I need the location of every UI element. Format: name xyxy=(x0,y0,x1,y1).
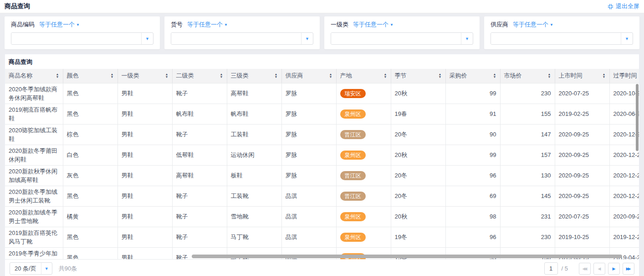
column-label-offseason-date: 过季时间 xyxy=(613,72,637,80)
filter-operator-link[interactable]: 等于任意一个▼ xyxy=(187,21,228,29)
sort-icon-category2[interactable]: ▲▼ xyxy=(220,73,223,78)
cell-category2: 靴子 xyxy=(172,186,227,206)
cell-origin: 瑞安区 xyxy=(336,83,391,104)
combobox-caret-icon[interactable]: ▼ xyxy=(461,33,473,44)
filter-label-item-number: 货号 xyxy=(171,21,183,29)
cell-product-name: 2020新款加绒冬季男士雪地靴 xyxy=(5,206,63,227)
cell-color: 黑色 xyxy=(63,104,118,124)
sort-icon-origin[interactable]: ▲▼ xyxy=(384,73,387,78)
cell-supplier: 罗脉 xyxy=(281,145,336,165)
sort-icon-supplier[interactable]: ▲▼ xyxy=(329,73,332,78)
cell-category1: 男鞋 xyxy=(118,124,172,145)
sort-icon-category3[interactable]: ▲▼ xyxy=(275,73,278,78)
cell-launch-date: 2019-10-25 xyxy=(555,227,609,247)
filter-combobox-item-number: ▼ xyxy=(171,32,313,45)
filter-bar: 商品编码等于任意一个▼▼货号等于任意一个▼▼一级类等于任意一个▼▼供应商等于任意… xyxy=(0,13,644,52)
table-row: 2020新款冬季加绒男士休闲工装靴黑色男鞋靴子工装靴品淇晋江区20冬691452… xyxy=(5,186,639,206)
cell-supplier: 罗脉 xyxy=(281,104,336,124)
combobox-caret-icon[interactable]: ▼ xyxy=(141,33,153,44)
cell-color: 黑色 xyxy=(63,247,118,259)
sort-icon-season[interactable]: ▲▼ xyxy=(439,73,442,78)
cell-origin: 晋江区 xyxy=(336,165,391,186)
column-header-category1: 一级类▲▼ xyxy=(118,69,172,83)
cell-season: 20秋 xyxy=(391,83,445,104)
column-label-purchase-price: 采购价 xyxy=(450,72,467,80)
origin-badge: 晋江区 xyxy=(340,192,366,201)
vertical-scrollbar-thumb[interactable] xyxy=(636,84,639,151)
cell-color: 棕色 xyxy=(63,124,118,145)
cell-origin: 泉州区 xyxy=(336,206,391,227)
cell-category2: 靴子 xyxy=(172,124,227,145)
horizontal-scrollbar-thumb[interactable] xyxy=(192,255,622,258)
page-size-caret-icon: ▼ xyxy=(41,263,52,274)
cell-purchase-price: 90 xyxy=(445,124,500,145)
product-table-card: 商品查询 商品名称▲▼颜色▲▼一级类▲▼二级类▲▼三级类▲▼供应商▲▼产地▲▼季… xyxy=(5,54,639,276)
filter-input-category1[interactable] xyxy=(331,33,461,44)
cell-category1: 男鞋 xyxy=(118,165,172,186)
sort-icon-category1[interactable]: ▲▼ xyxy=(165,73,169,78)
prev-page-button[interactable]: ◀ xyxy=(593,263,605,275)
cell-origin: 晋江区 xyxy=(336,124,391,145)
filter-operator-label: 等于任意一个 xyxy=(39,21,75,29)
cell-market-price: 231 xyxy=(500,206,555,227)
cell-purchase-price: 99 xyxy=(445,145,500,165)
origin-badge: 晋江区 xyxy=(340,171,366,180)
table-row: 2020骆驼加绒工装鞋棕色男鞋靴子工装鞋罗脉晋江区20冬901472020-09… xyxy=(5,124,639,145)
filter-label-product-code: 商品编码 xyxy=(11,21,35,29)
cell-product-name: 2019冬季青少年加绒马丁靴 xyxy=(5,247,63,259)
cell-category2: 高帮鞋 xyxy=(172,165,227,186)
page-size-value: 20 条/页 xyxy=(10,265,41,273)
sort-icon-product-name[interactable]: ▲▼ xyxy=(56,73,59,78)
cell-color: 白色 xyxy=(63,145,118,165)
cell-supplier: 品淇 xyxy=(281,186,336,206)
column-label-launch-date: 上市时间 xyxy=(559,72,583,80)
filter-input-product-code[interactable] xyxy=(11,33,141,44)
cell-category3: 马丁靴 xyxy=(227,227,281,247)
column-label-category3: 三级类 xyxy=(231,72,249,80)
filter-card-supplier: 供应商等于任意一个▼▼ xyxy=(484,16,639,49)
cell-category2: 帆布鞋 xyxy=(172,104,227,124)
filter-combobox-product-code: ▼ xyxy=(11,32,153,45)
operator-caret-icon: ▼ xyxy=(76,23,80,27)
filter-input-item-number[interactable] xyxy=(171,33,301,44)
column-header-market-price: 市场价▲▼ xyxy=(500,69,555,83)
sort-icon-purchase-price[interactable]: ▲▼ xyxy=(493,73,496,78)
sort-icon-launch-date[interactable]: ▲▼ xyxy=(603,73,606,78)
table-row: 2020新款加绒冬季男士雪地靴橘黄男鞋靴子雪地靴品淇泉州区20秋98231202… xyxy=(5,206,639,227)
cell-purchase-price: 91 xyxy=(445,104,500,124)
cell-season: 20冬 xyxy=(391,165,445,186)
cell-launch-date: 2020-09-25 xyxy=(555,186,609,206)
exit-fullscreen-button[interactable]: 退出全屏 xyxy=(608,2,639,10)
filter-operator-label: 等于任意一个 xyxy=(353,21,388,29)
cell-category1: 男鞋 xyxy=(118,186,172,206)
filter-input-supplier[interactable] xyxy=(491,33,621,44)
cell-offseason-date: 2020-06-25 xyxy=(609,104,639,124)
filter-operator-link[interactable]: 等于任意一个▼ xyxy=(39,21,80,29)
cell-product-name: 2020新款冬季莆田休闲鞋 xyxy=(5,145,63,165)
cell-launch-date: 2020-09-25 xyxy=(555,145,609,165)
column-header-purchase-price: 采购价▲▼ xyxy=(445,69,500,83)
cell-origin: 晋江区 xyxy=(336,186,391,206)
first-page-button[interactable]: ◀◀ xyxy=(579,263,591,275)
cell-origin: 泉州区 xyxy=(336,104,391,124)
page-size-select[interactable]: 20 条/页 ▼ xyxy=(10,262,52,275)
sort-icon-market-price[interactable]: ▲▼ xyxy=(548,73,551,78)
combobox-caret-icon[interactable]: ▼ xyxy=(301,33,313,44)
table-row: 2020新款冬季莆田休闲鞋白色男鞋低帮鞋运动休闲罗脉泉州区20秋99157202… xyxy=(5,145,639,165)
cell-product-name: 2019潮流百搭帆布鞋 xyxy=(5,104,63,124)
cell-color: 黑色 xyxy=(63,83,118,104)
cell-category3: 帆布鞋 xyxy=(227,104,281,124)
page-number-input[interactable] xyxy=(544,262,558,275)
filter-operator-link[interactable]: 等于任意一个▼ xyxy=(513,21,553,29)
filter-card-item-number: 货号等于任意一个▼▼ xyxy=(164,16,320,49)
sort-icon-color[interactable]: ▲▼ xyxy=(111,73,114,78)
last-page-button[interactable]: ▶▶ xyxy=(623,263,634,275)
next-page-button[interactable]: ▶ xyxy=(608,263,620,275)
filter-operator-link[interactable]: 等于任意一个▼ xyxy=(353,21,394,29)
operator-caret-icon: ▼ xyxy=(390,23,394,27)
cell-product-name: 2020骆驼加绒工装鞋 xyxy=(5,124,63,145)
cell-product-name: 2020新款冬季加绒男士休闲工装靴 xyxy=(5,186,63,206)
cell-category1: 男鞋 xyxy=(118,104,172,124)
column-header-offseason-date: 过季时间▲▼ xyxy=(609,69,639,83)
combobox-caret-icon[interactable]: ▼ xyxy=(621,33,633,44)
